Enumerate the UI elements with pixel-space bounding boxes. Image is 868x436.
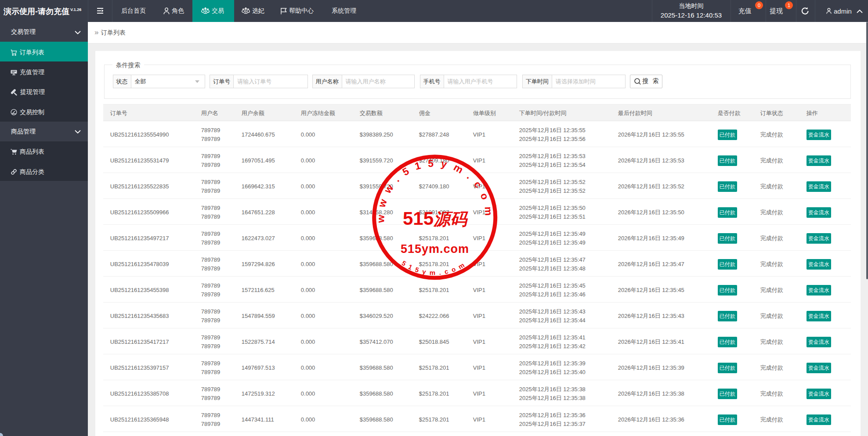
svg-text:515源码: 515源码 <box>403 208 469 229</box>
svg-text:515ym.com: 515ym.com <box>401 242 469 256</box>
